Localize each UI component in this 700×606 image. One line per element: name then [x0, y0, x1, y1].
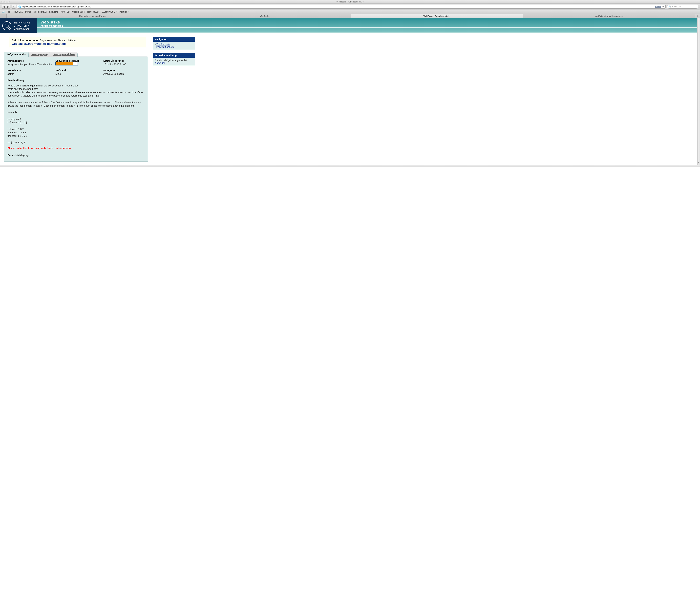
- app-title: WebTasks: [41, 20, 694, 24]
- bookmark-acm-sigcse[interactable]: ACM SIGCSE▼: [103, 11, 117, 13]
- navigation-box: Navigation - Zur Startseite - Passwort ä…: [153, 37, 195, 50]
- chevron-down-icon: ▼: [127, 11, 129, 13]
- chevron-down-icon: ▼: [115, 11, 117, 13]
- tab-aufgabendetails-content[interactable]: Aufgabendetails: [4, 52, 29, 57]
- task-title: Arrays and Loops - Pascal Tree Variation: [7, 63, 54, 66]
- login-status-text: Sie sind als 'guido' angemeldet.: [155, 59, 193, 62]
- title-label: Aufgabentitel:: [7, 59, 54, 62]
- tab-proffs[interactable]: proffs.tk.informatik.tu-darm...: [523, 14, 695, 18]
- tab-loesung-einreichen[interactable]: Lösung einreichen: [50, 52, 77, 57]
- tab-row-spacer: [0, 14, 7, 18]
- scroll-up-icon[interactable]: ▲: [698, 161, 700, 163]
- university-name: TECHNISCHE UNIVERSITÄT DARMSTADT: [14, 21, 31, 30]
- bookmark-moodlerific[interactable]: Moodlerific....es & plugins: [33, 11, 58, 13]
- logout-link[interactable]: Abmelden: [155, 62, 165, 64]
- search-menu-chevron-icon[interactable]: ▾: [672, 6, 673, 7]
- description-label: Beschreibung:: [7, 79, 144, 81]
- schnellanmeldung-heading: Schnellanmeldung: [153, 53, 195, 58]
- new-tab-button[interactable]: ＋: [695, 14, 700, 18]
- description-body: Write a generalized algorithm for the co…: [7, 84, 144, 144]
- link-passwort-aendern[interactable]: Passwort ändern: [156, 46, 174, 48]
- page-header: TECHNISCHE UNIVERSITÄT DARMSTADT WebTask…: [0, 18, 697, 33]
- difficulty-bar: [55, 62, 78, 66]
- contact-email-link[interactable]: webtasks@informatik.tu-darmstadt.de: [12, 42, 66, 45]
- back-button[interactable]: ◀: [2, 5, 6, 8]
- browser-toolbar: ◀ ▶ ＋ 🌐 http://webtasks.informatik.tu-da…: [0, 4, 700, 10]
- app-header-banner: WebTasks Aufgabendatenbank: [37, 18, 697, 33]
- show-bookmarks-icon[interactable]: 📖: [2, 10, 5, 14]
- browser-search-field[interactable]: 🔍 ▾ Google: [667, 5, 698, 8]
- scroll-down-icon[interactable]: ▼: [698, 163, 700, 165]
- university-brand: TECHNISCHE UNIVERSITÄT DARMSTADT: [0, 18, 37, 33]
- athena-logo-icon: [2, 21, 12, 30]
- bookmark-iticse11[interactable]: ITiCSE'11: [14, 11, 23, 13]
- lastchange-label: Letzte Änderung:: [103, 59, 144, 62]
- bookmark-google-maps[interactable]: Google Maps: [72, 11, 85, 13]
- bookmark-popular[interactable]: Popular▼: [119, 11, 129, 13]
- aufgabendetails-panel: Aufgabentitel: Arrays and Loops - Pascal…: [4, 56, 148, 162]
- category-value: Arrays & Schleifen: [103, 72, 144, 75]
- content-tab-row: Aufgabendetails Lösungen (46) Lösung ein…: [4, 52, 148, 57]
- bookmark-portal[interactable]: Portal: [25, 11, 31, 13]
- url-text: http://webtasks.informatik.tu-darmstadt.…: [22, 5, 654, 8]
- schnellanmeldung-box: Schnellanmeldung Sie sind als 'guido' an…: [153, 53, 195, 66]
- tab-webtasks[interactable]: WebTasks: [179, 14, 351, 18]
- rss-badge[interactable]: RSS: [655, 6, 661, 8]
- creator-label: Erstellt von:: [7, 69, 54, 72]
- app-subtitle: Aufgabendatenbank: [41, 24, 694, 27]
- bookmark-aoc-tud[interactable]: AoC-TUD: [61, 11, 69, 13]
- difficulty-fill: [55, 62, 73, 65]
- description-warning: Please solve this task using only loops,…: [7, 147, 144, 149]
- add-bookmark-button[interactable]: ＋: [12, 5, 16, 8]
- notification-label: Benachrichtigung:: [7, 154, 144, 157]
- search-icon: 🔍: [669, 5, 671, 8]
- navigation-heading: Navigation: [153, 37, 195, 42]
- chevron-down-icon: ▼: [98, 11, 100, 13]
- url-bar[interactable]: 🌐 http://webtasks.informatik.tu-darmstad…: [17, 5, 665, 8]
- vertical-scrollbar[interactable]: ▲ ▼: [697, 18, 700, 165]
- contact-notice: Bei Unklarheiten oder Bugs wenden Sie si…: [9, 37, 146, 48]
- lastchange-value: 13. März 2008 11:00: [103, 63, 144, 66]
- site-favicon-icon: 🌐: [18, 5, 21, 8]
- browser-search-placeholder: Google: [674, 5, 681, 8]
- tab-kurse-uebersicht[interactable]: Übersicht zu meinen Kursen: [7, 14, 179, 18]
- bookmarks-bar: 📖 ▦ ITiCSE'11 Portal Moodlerific....es &…: [0, 10, 700, 14]
- window-status-strip: [0, 165, 700, 167]
- forward-button[interactable]: ▶: [6, 5, 10, 8]
- category-label: Kategorie:: [103, 69, 144, 72]
- difficulty-label: Schwierigkeitsgrad:: [55, 59, 102, 62]
- window-titlebar: WebTasks - Aufgabendetails: [0, 0, 700, 4]
- reload-icon[interactable]: ⟳: [662, 5, 664, 8]
- effort-value: Mittel: [55, 72, 102, 75]
- creator-value: admin: [7, 72, 54, 75]
- top-sites-icon[interactable]: ▦: [7, 10, 11, 14]
- bookmark-news[interactable]: News (368)▼: [87, 11, 100, 13]
- tab-loesungen[interactable]: Lösungen (46): [28, 52, 51, 57]
- tab-aufgabendetails[interactable]: WebTasks - Aufgabendetails: [351, 14, 523, 18]
- link-startseite[interactable]: Zur Startseite: [156, 43, 170, 46]
- browser-tab-row: Übersicht zu meinen Kursen WebTasks WebT…: [0, 14, 700, 18]
- window-title: WebTasks - Aufgabendetails: [0, 0, 700, 3]
- contact-notice-text: Bei Unklarheiten oder Bugs wenden Sie si…: [12, 39, 78, 42]
- effort-label: Aufwand:: [55, 69, 102, 72]
